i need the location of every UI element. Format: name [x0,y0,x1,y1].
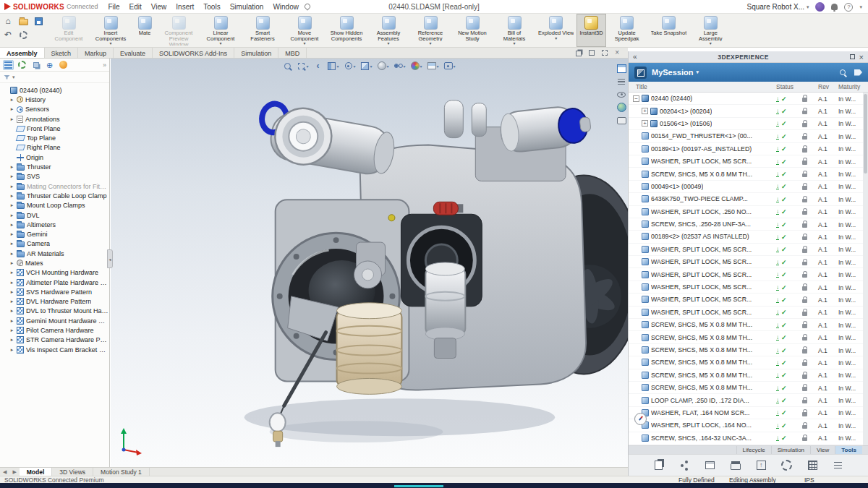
hide-show-items-button[interactable]: ▾ [394,61,406,70]
featuremanager-tree-tab[interactable] [3,60,14,70]
ribbon-large-assembly-settings-button[interactable]: Large Assembly Settings▾ [689,14,731,47]
tree-item-annotations[interactable]: ▸Annotations [0,114,109,124]
tree-item-altimeter-plate-hardware-pattern[interactable]: ▸Altimeter Plate Hardware Pattern [0,278,109,287]
tab-simulation[interactable]: Simulation [234,48,278,58]
home-icon[interactable]: ⌂ [3,16,13,26]
section-view-button[interactable]: ▾ [327,61,339,70]
expand-arrow-icon[interactable]: ▸ [9,337,14,343]
collapse-chevrons-icon[interactable]: « [633,53,637,61]
tree-item-pilot-camera-hardware[interactable]: ▸Pilot Camera Hardware [0,325,109,335]
ribbon-exploded-view-button[interactable]: Exploded View▾ [535,14,576,47]
content-icon[interactable] [652,460,664,471]
session-row[interactable]: WASHER, SPLIT LOCK, M5 SCR...↓✓A.1In W..… [629,281,863,294]
tree-item-gemini-mount-hardware-pattern[interactable]: ▸Gemini Mount Hardware Pattern [0,316,109,325]
displaymanager-tab[interactable] [58,60,69,70]
save-icon[interactable] [33,16,43,26]
tree-item-str-camera-hardware-pattern-1[interactable]: ▸STR Camera Hardware Pattern 1 [0,335,109,345]
ribbon-insert-components-button[interactable]: Insert Components▾ [90,14,132,47]
close-panel-icon[interactable]: × [859,53,864,61]
model-tab-motion-study-1[interactable]: Motion Study 1 [93,468,150,476]
expand-arrow-icon[interactable]: ▸ [9,174,14,179]
tree-item-svs[interactable]: ▸SVS [0,172,109,181]
manager-tabs-overflow-icon[interactable]: » [103,61,106,69]
tree-item-02440-02440[interactable]: 02440 (02440) [0,85,109,95]
menu-insert[interactable]: Insert [176,3,194,11]
expand-box-icon[interactable]: + [642,120,648,127]
print-icon[interactable] [730,460,741,471]
restore-window-icon[interactable] [589,50,595,56]
session-row[interactable]: SCREW, SHCS, M5 X 0.8 MM TH...↓✓A.1In W.… [629,382,863,394]
session-row[interactable]: SCREW, SHCS, M5 X 0.8 MM TH...↓✓A.1In W.… [629,168,863,180]
menu-simulation[interactable]: Simulation [230,3,264,11]
tree-item-dvl-hardware-pattern[interactable]: ▸DVL Hardware Pattern [0,297,109,307]
ribbon-instant3d-button[interactable]: Instant3D [576,14,605,47]
expand-panel-icon[interactable] [850,54,855,59]
ribbon-bill-of-materials-button[interactable]: Bill of Materials▾ [493,14,535,47]
edit-appearance-button[interactable]: ▾ [411,61,422,70]
undock-window-icon[interactable] [602,50,608,56]
session-row[interactable]: WASHER, SPLIT LOCK, M5 SCR...↓✓A.1In W..… [629,307,863,319]
expand-arrow-icon[interactable]: ▸ [9,193,14,199]
assembly-3d-model[interactable] [111,59,628,467]
expand-arrow-icon[interactable]: ▸ [9,202,14,208]
session-row[interactable]: WASHER, SPLIT LOCK, M5 SCR...↓✓A.1In W..… [629,155,863,168]
session-row[interactable]: WASHER, SPLIT LOCK, M5 SCR...↓✓A.1In W..… [629,294,863,306]
session-tab-view[interactable]: View [810,446,835,454]
tree-item-camera[interactable]: ▸Camera [0,239,109,249]
session-row[interactable]: WASHER, SPLIT LOCK, .250 NO...↓✓A.1In W.… [629,206,863,218]
session-row[interactable]: 6436K750_TWO-PIECE CLAMP...↓✓A.1In W... [629,193,863,205]
tab-assembly[interactable]: Assembly [0,48,45,58]
graphics-viewport[interactable]: ▾‹▾▾▾▾▾▾▾▾ [111,59,628,467]
tree-item-mates[interactable]: ▸Mates [0,258,109,267]
expand-arrow-icon[interactable]: ▸ [9,328,14,333]
filter-caret-icon[interactable]: ▾ [12,74,15,80]
mysession-app-icon[interactable] [634,67,647,79]
ribbon-update-speedpak-button[interactable]: Update Speedpak [606,14,648,47]
snapshot-icon[interactable] [617,116,626,125]
globe-icon[interactable] [617,103,626,112]
column-title[interactable]: Title [636,83,647,90]
session-row[interactable]: SCREW, SHCS, .164-32 UNC-3A...↓✓A.1In W.… [629,432,863,445]
mysession-widget-icon[interactable] [617,64,626,73]
visibility-icon[interactable] [617,90,626,99]
session-tab-tools[interactable]: Tools [835,446,862,454]
close-window-icon[interactable]: × [615,50,619,56]
session-row[interactable]: SCREW, SHCS, M5 X 0.8 MM TH...↓✓A.1In W.… [629,369,863,382]
session-row[interactable]: −02440 (02440)↓✓A.1In W... [629,93,863,105]
tab-markup[interactable]: Markup [78,48,114,58]
column-status[interactable]: Status [776,83,793,90]
tab-sketch[interactable]: Sketch [45,48,79,58]
previous-view-button[interactable]: ‹ [313,61,322,70]
tree-item-top-plane[interactable]: Top Plane [0,133,109,142]
tree-item-dvl-to-thruster-mount-hardware-pa[interactable]: ▸DVL to Thruster Mount Hardware Pa [0,307,109,316]
tree-item-gemini[interactable]: ▸Gemini [0,229,109,239]
menu-edit[interactable]: Edit [129,3,142,11]
menu-tools[interactable]: Tools [203,3,220,11]
notifications-bell-icon[interactable] [831,4,838,10]
tree-item-vis-inspect-cam-bracket-hardware[interactable]: ▸Vis Inspect Cam Bracket Hardware [0,345,109,354]
expand-arrow-icon[interactable]: ▸ [9,251,14,257]
session-row[interactable]: 00154_FWD_THRUSTER<1> (00...↓✓A.1In W... [629,130,863,142]
expand-arrow-icon[interactable]: ▸ [9,308,14,314]
session-tab-lifecycle[interactable]: Lifecycle [736,446,771,454]
expand-box-icon[interactable]: + [642,108,648,114]
session-tab-simulation[interactable]: Simulation [771,446,810,454]
grid-icon[interactable] [807,460,818,471]
session-row[interactable]: +00204<1> (00204)↓✓A.1In W... [629,105,863,117]
options-icon[interactable] [18,30,28,40]
export-icon[interactable] [755,460,767,471]
ribbon-assembly-features-button[interactable]: Assembly Features▾ [367,14,409,47]
column-rev[interactable]: Rev [818,83,829,90]
pin-menubar-icon[interactable] [303,2,311,10]
menu-view[interactable]: View [151,3,167,11]
session-row[interactable]: SCREW, SHCS, M5 X 0.8 MM TH...↓✓A.1In W.… [629,331,863,343]
display-style-button[interactable]: ▾ [377,61,388,70]
tree-item-mount-loop-clamps[interactable]: ▸Mount Loop Clamps [0,201,109,210]
menu-window[interactable]: Window [273,3,299,11]
session-row[interactable]: 00049<1> (00049)↓✓A.1In W... [629,181,863,193]
tab-evaluate[interactable]: Evaluate [114,48,153,58]
account-menu[interactable]: Square Robot X...▾ [746,3,809,11]
tab-mbd[interactable]: MBD [278,48,307,58]
collapse-box-icon[interactable]: − [633,95,639,102]
compass-icon[interactable] [634,413,647,425]
